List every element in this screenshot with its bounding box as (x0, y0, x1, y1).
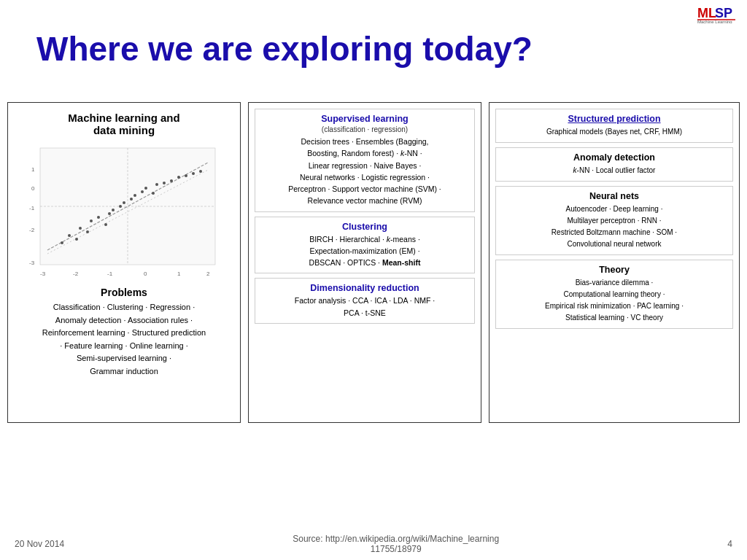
supervised-learning-title: Supervised learning (261, 114, 468, 124)
supervised-learning-subtitle: (classification · regression) (261, 125, 468, 133)
svg-text:-3: -3 (40, 271, 46, 277)
svg-text:1: 1 (31, 166, 35, 173)
svg-text:-1: -1 (107, 271, 113, 277)
svg-point-16 (104, 223, 107, 226)
supervised-learning-section: Supervised learning (classification · re… (255, 109, 475, 212)
svg-point-11 (75, 238, 78, 241)
svg-text:0: 0 (144, 271, 147, 277)
clustering-section: Clustering BIRCH · Hierarchical · k-mean… (255, 217, 475, 274)
svg-point-14 (90, 219, 93, 222)
svg-point-12 (79, 227, 82, 230)
svg-point-15 (97, 216, 100, 219)
clustering-title: Clustering (261, 222, 468, 232)
svg-point-29 (177, 176, 180, 179)
structured-prediction-content: Graphical models (Bayes net, CRF, HMM) (502, 126, 727, 138)
svg-point-26 (155, 183, 158, 186)
footer-page: 4 (727, 539, 732, 549)
neural-nets-content: Autoencoder · Deep learning · Multilayer… (502, 203, 727, 250)
svg-point-21 (130, 198, 133, 201)
theory-content: Bias-variance dilemma · Computational le… (502, 277, 727, 324)
svg-point-28 (170, 179, 173, 182)
theory-section: Theory Bias-variance dilemma · Computati… (495, 260, 733, 329)
problems-title: Problems (17, 287, 231, 298)
mlsp-logo: ML SP Machine Learning (697, 4, 740, 26)
svg-point-20 (123, 201, 125, 204)
svg-text:SP: SP (715, 6, 732, 20)
left-box: Machine learning and data mining (7, 102, 241, 423)
svg-point-18 (112, 209, 115, 211)
svg-point-31 (192, 172, 195, 175)
svg-text:1: 1 (177, 271, 181, 277)
dimensionality-reduction-title: Dimensionality reduction (261, 283, 468, 293)
svg-text:-3: -3 (29, 260, 35, 266)
problems-text: Classification · Clustering · Regression… (17, 301, 231, 378)
clustering-content: BIRCH · Hierarchical · k-means · Expecta… (261, 233, 468, 269)
svg-point-13 (86, 230, 89, 233)
dimensionality-reduction-content: Factor analysis · CCA · ICA · LDA · NMF … (261, 295, 468, 319)
footer-date: 20 Nov 2014 (15, 539, 64, 549)
left-box-title: Machine learning and data mining (17, 112, 231, 136)
svg-point-27 (163, 182, 166, 184)
scatter-plot: -3 -2 -1 0 1 2 -3 -2 -1 0 1 (26, 141, 222, 279)
footer: 20 Nov 2014 Source: http://en.wikipedia.… (0, 534, 747, 554)
svg-text:ML: ML (697, 6, 716, 20)
svg-text:-2: -2 (29, 227, 35, 233)
supervised-learning-content: Decision trees · Ensembles (Bagging, Boo… (261, 136, 468, 207)
right-box: Structured prediction Graphical models (… (489, 102, 740, 423)
svg-point-23 (141, 190, 144, 193)
footer-source: Source: http://en.wikipedia.org/wiki/Mac… (64, 534, 727, 554)
anomaly-detection-content: k-NN · Local outlier factor (502, 165, 727, 176)
svg-text:2: 2 (206, 271, 210, 277)
anomaly-detection-section: Anomaly detection k-NN · Local outlier f… (495, 147, 733, 182)
svg-point-24 (144, 187, 147, 190)
svg-point-25 (152, 192, 155, 195)
svg-point-32 (199, 170, 202, 173)
neural-nets-section: Neural nets Autoencoder · Deep learning … (495, 186, 733, 255)
theory-title: Theory (502, 265, 727, 275)
svg-point-30 (185, 174, 187, 177)
page-title: Where we are exploring today? (36, 29, 533, 69)
svg-point-22 (133, 194, 136, 197)
structured-prediction-section: Structured prediction Graphical models (… (495, 109, 733, 143)
svg-text:Machine Learning: Machine Learning (697, 20, 732, 23)
anomaly-detection-title: Anomaly detection (502, 152, 727, 163)
svg-point-17 (108, 212, 111, 215)
svg-point-19 (119, 205, 122, 208)
dimensionality-reduction-section: Dimensionality reduction Factor analysis… (255, 278, 475, 324)
middle-box: Supervised learning (classification · re… (248, 102, 481, 423)
svg-point-10 (68, 234, 71, 237)
svg-text:-2: -2 (73, 271, 79, 277)
structured-prediction-title: Structured prediction (502, 114, 727, 124)
svg-point-9 (61, 241, 63, 244)
svg-text:0: 0 (31, 185, 35, 192)
main-content: Machine learning and data mining (7, 102, 740, 423)
neural-nets-title: Neural nets (502, 191, 727, 201)
svg-text:-1: -1 (29, 205, 35, 211)
